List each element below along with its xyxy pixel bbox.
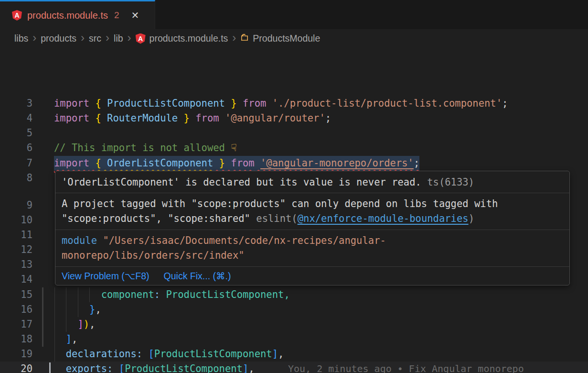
hover-diagnostics-popup: 'OrderListComponent' is declared but its… [55,171,570,285]
code-line-19[interactable]: 19 declarations: [ProductListComponent], [0,347,588,362]
token: { [95,98,101,109]
token: { [95,112,101,124]
token: } [89,304,95,315]
chevron-right-icon: › [232,31,236,44]
angular-icon: A [136,33,146,44]
code-text: // This import is not allowed ☟ [54,141,237,155]
token [54,333,66,345]
token: OrderListComponent [107,157,213,169]
chevron-right-icon: › [128,31,131,44]
token: ProductListComponent [125,363,243,373]
token [54,304,89,315]
line-number: 11 [0,228,32,242]
breadcrumb-label: libs [14,33,28,44]
code-line-15[interactable]: 15 component: ProductListComponent, [0,287,588,302]
breadcrumb-label: src [89,33,101,44]
eslint-rule-link[interactable]: @nx/enforce-module-boundaries [298,213,469,224]
token [178,112,183,124]
line-number: 8 [0,171,32,186]
token [54,348,66,360]
chevron-right-icon: › [81,31,85,44]
code-text: exports: [ProductListComponent], [54,362,255,373]
module-keyword: module [62,235,97,246]
token: : [137,348,142,360]
token: from [243,98,266,109]
view-problem-button[interactable]: View Problem (⌥F8) [62,271,150,282]
token: [ [119,363,125,373]
tab-products-module[interactable]: A products.module.ts 2 ✕ [0,0,155,29]
token [54,289,101,300]
code-line-3[interactable]: 3import { ProductListComponent } from '.… [0,96,588,111]
warning-squiggle-segment: { OrderListComponent [95,157,213,169]
breadcrumb-label: lib [114,33,123,44]
breadcrumb-item-lib[interactable]: lib [114,33,123,44]
token [101,157,107,169]
token: , [284,289,289,300]
token: ] [272,348,278,360]
breadcrumb-label: products [41,33,76,44]
code-line-6[interactable]: 6// This import is not allowed ☟ [0,141,588,155]
quick-fix-button[interactable]: Quick Fix... (⌘.) [164,271,231,282]
breadcrumb-item-libs[interactable]: libs [14,33,28,44]
token [89,112,95,124]
token: // This import is not allowed [54,142,231,154]
code-text: }, [54,302,101,317]
token: ; [414,157,419,169]
close-icon[interactable]: ✕ [131,10,139,21]
code-line-16[interactable]: 16 }, [0,302,588,317]
token [89,98,95,109]
code-line-17[interactable]: 17 ]), [0,317,588,332]
eslint-source-suffix: ) [469,213,474,224]
line-number: 5 [0,126,32,141]
token: ; [325,112,331,124]
token: '@angular-monorepo/orders' [260,157,414,169]
code-line-7[interactable]: 7import { OrderListComponent } from '@an… [0,156,588,171]
code-text: import { OrderListComponent } from '@ang… [54,156,419,171]
code-text: declarations: [ProductListComponent], [54,347,284,362]
code-text: ], [54,332,77,347]
token: } [219,157,225,169]
line-number: 15 [0,287,32,302]
token: [ [148,348,154,360]
line-number: 4 [0,111,32,126]
token [101,112,107,124]
tab-bar: A products.module.ts 2 ✕ [0,0,588,29]
token [213,157,219,169]
breadcrumb-item-ProductsModule[interactable]: ProductsModule [240,33,320,44]
token: import [54,112,89,124]
tab-problem-count: 2 [114,10,119,21]
line-number: 3 [0,96,32,111]
line-number: 6 [0,141,32,155]
chevron-right-icon: › [32,31,36,44]
class-symbol-icon-wrap [240,33,249,44]
breadcrumb-item-products[interactable]: products [41,33,76,44]
editor[interactable]: 3import { ProductListComponent } from '.… [0,48,588,373]
token: ] [243,363,248,373]
token: { [95,157,101,169]
code-text: import { ProductListComponent } from './… [54,96,508,111]
diagnostic-ts-message: 'OrderListComponent' is declared but its… [62,176,421,188]
code-line-4[interactable]: 4import { RouterModule } from '@angular/… [0,111,588,126]
hover-actions: View Problem (⌥F8) Quick Fix... (⌘.) [55,267,569,285]
token: from [231,157,254,169]
code-line-5[interactable]: 5 [0,126,588,141]
token: '@angular/router' [225,112,325,124]
token: : [107,363,113,373]
diagnostic-ts: 'OrderListComponent' is declared but its… [55,171,569,193]
token: ProductListComponent [166,289,284,300]
code-text: component: ProductListComponent, [54,287,290,302]
token: ] [66,333,72,345]
token: : [154,289,160,300]
token: , [89,318,95,330]
code-line-18[interactable]: 18 ], [0,332,588,347]
token [54,318,77,330]
breadcrumb-item-src[interactable]: src [89,33,101,44]
vscode-window: A products.module.ts 2 ✕ libs›products›s… [0,0,588,373]
line-number: 18 [0,332,32,347]
token: , [248,363,254,373]
breadcrumb-item-products.module.ts[interactable]: Aproducts.module.ts [136,33,228,44]
breadcrumb-label: products.module.ts [150,33,228,44]
line-number: 9 [0,198,32,213]
token: } [184,112,190,124]
token: , [95,304,101,315]
